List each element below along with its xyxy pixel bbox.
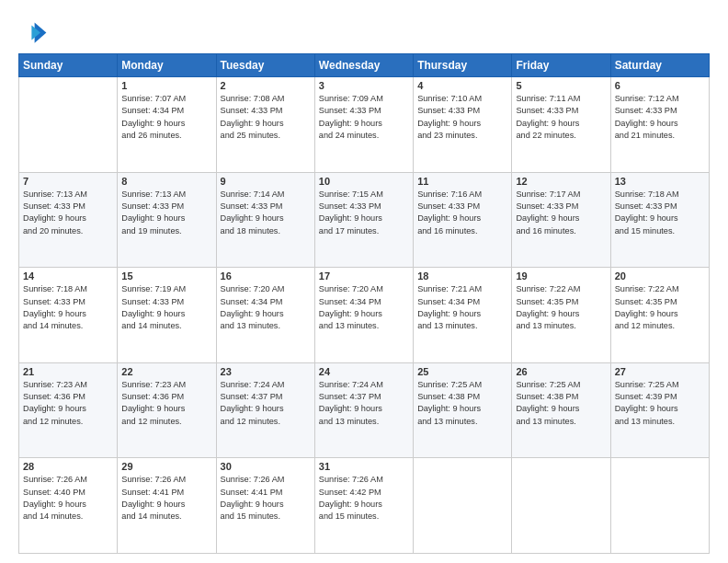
day-info: Sunrise: 7:15 AMSunset: 4:33 PMDaylight:… xyxy=(319,189,409,237)
day-info: Sunrise: 7:17 AMSunset: 4:33 PMDaylight:… xyxy=(516,189,606,237)
calendar-day-cell: 23Sunrise: 7:24 AMSunset: 4:37 PMDayligh… xyxy=(216,362,314,458)
day-info: Sunrise: 7:25 AMSunset: 4:39 PMDaylight:… xyxy=(615,379,705,428)
day-number: 14 xyxy=(23,270,113,282)
day-number: 20 xyxy=(615,270,705,282)
day-number: 28 xyxy=(23,461,113,472)
day-number: 29 xyxy=(121,461,211,472)
day-info: Sunrise: 7:22 AMSunset: 4:35 PMDaylight:… xyxy=(516,283,606,332)
day-number: 24 xyxy=(319,366,409,377)
day-number: 4 xyxy=(417,80,507,91)
day-number: 1 xyxy=(121,80,211,91)
calendar-day-cell: 8Sunrise: 7:13 AMSunset: 4:33 PMDaylight… xyxy=(118,172,216,268)
calendar-day-cell xyxy=(414,458,512,554)
day-info: Sunrise: 7:07 AMSunset: 4:34 PMDaylight:… xyxy=(121,93,211,142)
calendar-day-cell xyxy=(19,77,118,173)
calendar-day-cell: 6Sunrise: 7:12 AMSunset: 4:33 PMDaylight… xyxy=(610,77,709,173)
calendar-day-cell: 24Sunrise: 7:24 AMSunset: 4:37 PMDayligh… xyxy=(314,362,413,458)
day-info: Sunrise: 7:18 AMSunset: 4:33 PMDaylight:… xyxy=(615,189,705,237)
calendar-day-cell: 15Sunrise: 7:19 AMSunset: 4:33 PMDayligh… xyxy=(118,268,216,363)
calendar-day-cell: 27Sunrise: 7:25 AMSunset: 4:39 PMDayligh… xyxy=(610,362,709,458)
calendar-day-header: Sunday xyxy=(19,54,118,77)
day-info: Sunrise: 7:12 AMSunset: 4:33 PMDaylight:… xyxy=(615,93,705,142)
day-info: Sunrise: 7:11 AMSunset: 4:33 PMDaylight:… xyxy=(516,93,606,142)
day-info: Sunrise: 7:10 AMSunset: 4:33 PMDaylight:… xyxy=(417,93,507,142)
logo-icon xyxy=(18,17,48,46)
calendar-day-cell: 10Sunrise: 7:15 AMSunset: 4:33 PMDayligh… xyxy=(314,172,413,268)
day-number: 2 xyxy=(221,80,311,91)
day-number: 26 xyxy=(516,366,606,377)
day-info: Sunrise: 7:16 AMSunset: 4:33 PMDaylight:… xyxy=(417,189,507,237)
day-number: 19 xyxy=(516,270,606,282)
day-info: Sunrise: 7:23 AMSunset: 4:36 PMDaylight:… xyxy=(121,379,211,428)
calendar-day-cell: 14Sunrise: 7:18 AMSunset: 4:33 PMDayligh… xyxy=(19,268,118,363)
calendar-day-header: Monday xyxy=(118,54,216,77)
calendar-day-cell: 19Sunrise: 7:22 AMSunset: 4:35 PMDayligh… xyxy=(512,268,610,363)
day-number: 25 xyxy=(417,366,507,377)
calendar-day-header: Thursday xyxy=(414,54,512,77)
day-number: 21 xyxy=(23,366,113,377)
day-number: 23 xyxy=(221,366,311,377)
calendar-day-cell: 22Sunrise: 7:23 AMSunset: 4:36 PMDayligh… xyxy=(118,362,216,458)
calendar-day-header: Friday xyxy=(512,54,610,77)
day-number: 8 xyxy=(121,176,211,187)
day-info: Sunrise: 7:22 AMSunset: 4:35 PMDaylight:… xyxy=(615,283,705,332)
calendar-day-cell: 26Sunrise: 7:25 AMSunset: 4:38 PMDayligh… xyxy=(512,362,610,458)
calendar-day-cell: 4Sunrise: 7:10 AMSunset: 4:33 PMDaylight… xyxy=(414,77,512,173)
calendar-day-cell: 18Sunrise: 7:21 AMSunset: 4:34 PMDayligh… xyxy=(414,268,512,363)
calendar-day-cell: 9Sunrise: 7:14 AMSunset: 4:33 PMDaylight… xyxy=(216,172,314,268)
calendar-day-header: Tuesday xyxy=(216,54,314,77)
calendar-day-cell: 7Sunrise: 7:13 AMSunset: 4:33 PMDaylight… xyxy=(19,172,118,268)
calendar-day-cell: 13Sunrise: 7:18 AMSunset: 4:33 PMDayligh… xyxy=(610,172,709,268)
day-info: Sunrise: 7:25 AMSunset: 4:38 PMDaylight:… xyxy=(417,379,507,428)
day-info: Sunrise: 7:26 AMSunset: 4:40 PMDaylight:… xyxy=(23,474,113,523)
calendar-day-cell: 3Sunrise: 7:09 AMSunset: 4:33 PMDaylight… xyxy=(314,77,413,173)
calendar-day-cell: 31Sunrise: 7:26 AMSunset: 4:42 PMDayligh… xyxy=(314,458,413,554)
calendar-day-cell: 16Sunrise: 7:20 AMSunset: 4:34 PMDayligh… xyxy=(216,268,314,363)
day-info: Sunrise: 7:08 AMSunset: 4:33 PMDaylight:… xyxy=(221,93,311,142)
day-number: 15 xyxy=(121,270,211,282)
calendar-week-row: 1Sunrise: 7:07 AMSunset: 4:34 PMDaylight… xyxy=(19,77,710,173)
day-info: Sunrise: 7:13 AMSunset: 4:33 PMDaylight:… xyxy=(23,189,113,237)
day-info: Sunrise: 7:09 AMSunset: 4:33 PMDaylight:… xyxy=(319,93,409,142)
day-info: Sunrise: 7:23 AMSunset: 4:36 PMDaylight:… xyxy=(23,379,113,428)
day-number: 10 xyxy=(319,176,409,187)
calendar-day-cell: 30Sunrise: 7:26 AMSunset: 4:41 PMDayligh… xyxy=(216,458,314,554)
calendar-day-cell: 21Sunrise: 7:23 AMSunset: 4:36 PMDayligh… xyxy=(19,362,118,458)
calendar-day-cell xyxy=(512,458,610,554)
day-number: 5 xyxy=(516,80,606,91)
calendar-day-cell: 12Sunrise: 7:17 AMSunset: 4:33 PMDayligh… xyxy=(512,172,610,268)
day-number: 17 xyxy=(319,270,409,282)
day-number: 11 xyxy=(417,176,507,187)
day-info: Sunrise: 7:14 AMSunset: 4:33 PMDaylight:… xyxy=(221,189,311,237)
day-number: 3 xyxy=(319,80,409,91)
day-info: Sunrise: 7:18 AMSunset: 4:33 PMDaylight:… xyxy=(23,283,113,332)
day-number: 9 xyxy=(221,176,311,187)
calendar-day-cell: 25Sunrise: 7:25 AMSunset: 4:38 PMDayligh… xyxy=(414,362,512,458)
day-number: 31 xyxy=(319,461,409,472)
calendar-day-cell xyxy=(610,458,709,554)
day-info: Sunrise: 7:24 AMSunset: 4:37 PMDaylight:… xyxy=(221,379,311,428)
calendar-day-cell: 5Sunrise: 7:11 AMSunset: 4:33 PMDaylight… xyxy=(512,77,610,173)
logo xyxy=(18,17,51,46)
day-info: Sunrise: 7:20 AMSunset: 4:34 PMDaylight:… xyxy=(221,283,311,332)
calendar-day-cell: 11Sunrise: 7:16 AMSunset: 4:33 PMDayligh… xyxy=(414,172,512,268)
day-number: 18 xyxy=(417,270,507,282)
day-info: Sunrise: 7:13 AMSunset: 4:33 PMDaylight:… xyxy=(121,189,211,237)
day-info: Sunrise: 7:19 AMSunset: 4:33 PMDaylight:… xyxy=(121,283,211,332)
day-info: Sunrise: 7:21 AMSunset: 4:34 PMDaylight:… xyxy=(417,283,507,332)
header xyxy=(18,17,710,46)
day-info: Sunrise: 7:26 AMSunset: 4:41 PMDaylight:… xyxy=(221,474,311,523)
day-info: Sunrise: 7:26 AMSunset: 4:41 PMDaylight:… xyxy=(121,474,211,523)
day-info: Sunrise: 7:24 AMSunset: 4:37 PMDaylight:… xyxy=(319,379,409,428)
day-info: Sunrise: 7:26 AMSunset: 4:42 PMDaylight:… xyxy=(319,474,409,523)
calendar-week-row: 28Sunrise: 7:26 AMSunset: 4:40 PMDayligh… xyxy=(19,458,710,554)
day-number: 13 xyxy=(615,176,705,187)
calendar-day-cell: 1Sunrise: 7:07 AMSunset: 4:34 PMDaylight… xyxy=(118,77,216,173)
day-info: Sunrise: 7:20 AMSunset: 4:34 PMDaylight:… xyxy=(319,283,409,332)
day-number: 16 xyxy=(221,270,311,282)
day-number: 7 xyxy=(23,176,113,187)
day-number: 27 xyxy=(615,366,705,377)
calendar-week-row: 7Sunrise: 7:13 AMSunset: 4:33 PMDaylight… xyxy=(19,172,710,268)
calendar-day-cell: 28Sunrise: 7:26 AMSunset: 4:40 PMDayligh… xyxy=(19,458,118,554)
calendar-week-row: 21Sunrise: 7:23 AMSunset: 4:36 PMDayligh… xyxy=(19,362,710,458)
